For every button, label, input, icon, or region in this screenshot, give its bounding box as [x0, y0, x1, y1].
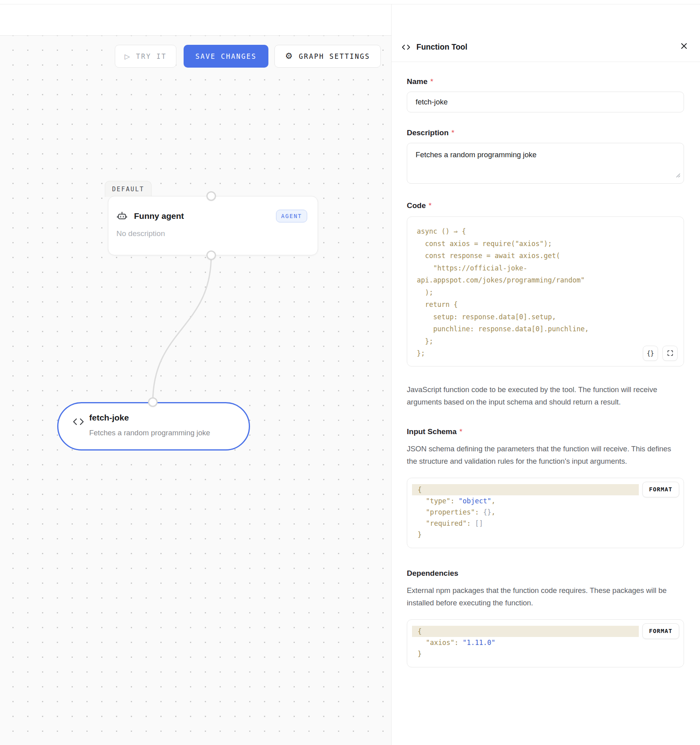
code-editor[interactable]: {} async () ⇒ { const axios = require("a…: [407, 216, 684, 366]
code-line: async () ⇒ {: [417, 225, 676, 238]
description-label-text: Description: [407, 128, 449, 137]
format-dependencies-button[interactable]: FORMAT: [642, 623, 679, 639]
panel-title: Function Tool: [416, 42, 678, 52]
braces-icon: {}: [647, 350, 654, 357]
dependencies-editor[interactable]: FORMAT { "axios": "1.11.0"}: [407, 619, 684, 667]
robot-icon: [116, 210, 128, 222]
description-textarea[interactable]: Fetches a random programming joke: [407, 143, 684, 184]
input-schema-help-text: JSON schema defining the parameters that…: [407, 443, 672, 467]
gear-icon: ⚙: [285, 52, 294, 60]
name-label-text: Name: [407, 77, 428, 86]
agent-type-badge: AGENT: [276, 210, 307, 222]
code-help-text: JavaScript function code to be executed …: [407, 383, 672, 408]
code-line: const axios = require("axios");: [417, 238, 676, 250]
description-field-label: Description*: [407, 128, 684, 137]
required-mark: *: [429, 201, 432, 210]
code-icon: [401, 43, 411, 52]
fullscreen-icon: [667, 350, 674, 356]
code-line: "https://official-joke-: [417, 262, 676, 274]
close-icon: [680, 42, 688, 50]
code-line: }: [407, 529, 684, 540]
code-line: "axios": "1.11.0": [407, 637, 684, 648]
code-line: return {: [417, 298, 676, 311]
code-line: }: [407, 648, 684, 659]
try-it-button[interactable]: ▷ TRY IT: [115, 45, 176, 68]
code-field-label: Code*: [407, 201, 684, 210]
group-tab-default[interactable]: DEFAULT: [105, 181, 152, 197]
code-editor-actions: {}: [643, 346, 678, 361]
code-line: "properties": {},: [407, 507, 684, 518]
code-line: api.appspot.com/jokes/programming/random…: [417, 274, 676, 286]
input-schema-label-text: Input Schema: [407, 427, 457, 436]
expand-code-button[interactable]: [662, 346, 678, 361]
code-line: punchline: response.data[0].punchline,: [417, 323, 676, 335]
tool-node-title: fetch-joke: [89, 413, 129, 423]
format-schema-button[interactable]: FORMAT: [642, 482, 679, 497]
name-field-label: Name*: [407, 77, 684, 86]
format-code-button[interactable]: {}: [643, 346, 658, 361]
code-line: setup: response.data[0].setup,: [417, 311, 676, 323]
code-line: };: [417, 335, 676, 348]
agent-node-top-handle[interactable]: [206, 191, 216, 201]
try-it-label: TRY IT: [136, 52, 166, 60]
code-line: };: [417, 347, 676, 360]
save-changes-button[interactable]: SAVE CHANGES: [184, 45, 268, 68]
panel-header: Function Tool: [392, 4, 700, 62]
input-schema-heading: Input Schema*: [407, 427, 684, 436]
code-line: "type": "object",: [407, 495, 684, 507]
top-divider: [0, 4, 700, 4]
edge-layer: [0, 36, 391, 745]
close-panel-button[interactable]: [678, 40, 690, 52]
input-schema-editor[interactable]: FORMAT { "type": "object", "properties":…: [407, 478, 684, 548]
group-tab-label: DEFAULT: [112, 186, 144, 193]
agent-node-bottom-handle[interactable]: [206, 250, 216, 260]
agent-node-title: Funny agent: [134, 211, 276, 221]
panel-body: Name* Description* Fetches a random prog…: [392, 77, 700, 683]
name-input[interactable]: [407, 92, 684, 112]
code-line: );: [417, 286, 676, 299]
agent-node[interactable]: Funny agent AGENT No description: [108, 196, 318, 255]
code-icon: [72, 416, 85, 427]
tool-node-top-handle[interactable]: [148, 397, 158, 407]
graph-canvas[interactable]: ▷ TRY IT SAVE CHANGES ⚙ GRAPH SETTINGS D…: [0, 35, 391, 745]
graph-settings-button[interactable]: ⚙ GRAPH SETTINGS: [274, 45, 381, 68]
save-changes-label: SAVE CHANGES: [196, 52, 257, 60]
tool-node-description: Fetches a random programming joke: [89, 429, 210, 437]
required-mark: *: [452, 128, 454, 137]
graph-settings-label: GRAPH SETTINGS: [299, 52, 370, 60]
required-mark: *: [460, 427, 462, 436]
edge-agent-to-tool[interactable]: [153, 255, 211, 402]
agent-node-description: No description: [108, 222, 318, 238]
code-label-text: Code: [407, 201, 426, 210]
function-tool-panel: Function Tool Name* Description* Fetches…: [391, 4, 700, 745]
required-mark: *: [430, 77, 433, 86]
code-line: const response = await axios.get(: [417, 250, 676, 262]
description-textarea-wrap: Fetches a random programming joke: [407, 143, 684, 184]
code-line: "required": []: [407, 518, 684, 529]
tool-node-fetch-joke[interactable]: fetch-joke Fetches a random programming …: [57, 402, 250, 451]
dependencies-help-text: External npm packages that the function …: [407, 584, 672, 609]
dependencies-heading: Dependencies: [407, 569, 684, 578]
play-icon: ▷: [125, 52, 131, 60]
